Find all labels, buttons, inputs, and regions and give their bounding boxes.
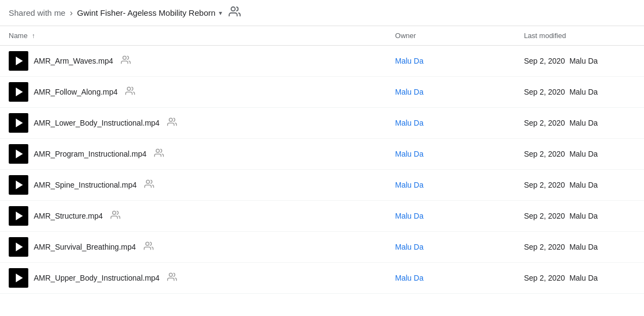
file-name: AMR_Follow_Along.mp4 xyxy=(34,88,118,96)
modified-by: Malu Da xyxy=(569,88,598,96)
modified-by: Malu Da xyxy=(569,119,598,127)
shared-icon xyxy=(125,86,135,98)
table-row[interactable]: AMR_Spine_Instructional.mp4 Malu Da Sep … xyxy=(0,170,644,201)
modified-date: Sep 2, 2020 xyxy=(524,181,565,189)
column-owner[interactable]: Owner xyxy=(387,26,516,46)
shared-icon xyxy=(144,179,154,191)
file-name: AMR_Program_Instructional.mp4 xyxy=(34,150,146,158)
owner-link[interactable]: Malu Da xyxy=(395,243,424,251)
svg-point-6 xyxy=(113,211,116,214)
modified-by: Malu Da xyxy=(569,150,598,158)
owner-link[interactable]: Malu Da xyxy=(395,88,424,96)
svg-point-0 xyxy=(231,7,235,11)
owner-link[interactable]: Malu Da xyxy=(395,181,424,189)
shared-icon xyxy=(167,272,177,284)
svg-point-2 xyxy=(127,87,131,90)
column-last-modified[interactable]: Last modified xyxy=(515,26,644,46)
owner-link[interactable]: Malu Da xyxy=(395,212,424,220)
modified-date: Sep 2, 2020 xyxy=(524,88,565,96)
modified-by: Malu Da xyxy=(569,181,598,189)
file-icon xyxy=(9,175,28,195)
modified-date: Sep 2, 2020 xyxy=(524,119,565,127)
owner-link[interactable]: Malu Da xyxy=(395,150,424,158)
svg-point-8 xyxy=(169,273,173,276)
table-header-row: Name ↑ Owner Last modified xyxy=(0,26,644,46)
table-row[interactable]: AMR_Survival_Breathing.mp4 Malu Da Sep 2… xyxy=(0,232,644,263)
file-icon xyxy=(9,144,28,164)
folder-name: Gwint Fisher- Ageless Mobility Reborn xyxy=(77,8,216,17)
table-row[interactable]: AMR_Upper_Body_Instructional.mp4 Malu Da… xyxy=(0,263,644,294)
modified-date: Sep 2, 2020 xyxy=(524,274,565,282)
modified-date: Sep 2, 2020 xyxy=(524,150,565,158)
file-icon xyxy=(9,206,28,226)
file-name: AMR_Structure.mp4 xyxy=(34,212,103,220)
file-icon xyxy=(9,51,28,71)
svg-point-7 xyxy=(145,242,149,245)
file-table: Name ↑ Owner Last modified AMR_Arm_Waves… xyxy=(0,26,644,294)
modified-by: Malu Da xyxy=(569,274,598,282)
people-icon[interactable] xyxy=(229,5,241,20)
current-folder-label: Gwint Fisher- Ageless Mobility Reborn ▾ xyxy=(77,8,222,17)
owner-link[interactable]: Malu Da xyxy=(395,57,424,65)
shared-icon xyxy=(167,117,177,129)
table-row[interactable]: AMR_Lower_Body_Instructional.mp4 Malu Da… xyxy=(0,108,644,139)
modified-by: Malu Da xyxy=(569,57,598,65)
file-name: AMR_Upper_Body_Instructional.mp4 xyxy=(34,274,160,282)
table-row[interactable]: AMR_Arm_Waves.mp4 Malu Da Sep 2, 2020 Ma… xyxy=(0,46,644,77)
owner-link[interactable]: Malu Da xyxy=(395,119,424,127)
shared-with-me-link[interactable]: Shared with me xyxy=(9,8,65,17)
shared-icon xyxy=(121,55,131,67)
owner-link[interactable]: Malu Da xyxy=(395,274,424,282)
file-name: AMR_Spine_Instructional.mp4 xyxy=(34,181,137,189)
file-icon xyxy=(9,237,28,257)
sort-arrow-icon: ↑ xyxy=(32,32,35,40)
column-name[interactable]: Name ↑ xyxy=(0,26,387,46)
table-row[interactable]: AMR_Program_Instructional.mp4 Malu Da Se… xyxy=(0,139,644,170)
shared-icon xyxy=(144,241,154,253)
table-row[interactable]: AMR_Follow_Along.mp4 Malu Da Sep 2, 2020… xyxy=(0,77,644,108)
svg-point-3 xyxy=(169,118,173,121)
breadcrumb-separator: › xyxy=(70,8,72,18)
svg-point-1 xyxy=(123,56,126,59)
file-name: AMR_Lower_Body_Instructional.mp4 xyxy=(34,119,160,127)
file-icon xyxy=(9,82,28,102)
shared-icon xyxy=(111,210,120,222)
svg-point-5 xyxy=(146,180,150,183)
file-icon xyxy=(9,113,28,133)
file-icon xyxy=(9,268,28,288)
folder-dropdown-icon[interactable]: ▾ xyxy=(219,9,222,17)
shared-icon xyxy=(154,148,164,160)
svg-point-4 xyxy=(156,149,160,152)
modified-by: Malu Da xyxy=(569,212,598,220)
modified-date: Sep 2, 2020 xyxy=(524,243,565,251)
file-name: AMR_Arm_Waves.mp4 xyxy=(34,57,113,65)
modified-date: Sep 2, 2020 xyxy=(524,57,565,65)
breadcrumb: Shared with me › Gwint Fisher- Ageless M… xyxy=(0,0,644,26)
table-row[interactable]: AMR_Structure.mp4 Malu Da Sep 2, 2020 Ma… xyxy=(0,201,644,232)
modified-by: Malu Da xyxy=(569,243,598,251)
file-name: AMR_Survival_Breathing.mp4 xyxy=(34,243,136,251)
modified-date: Sep 2, 2020 xyxy=(524,212,565,220)
